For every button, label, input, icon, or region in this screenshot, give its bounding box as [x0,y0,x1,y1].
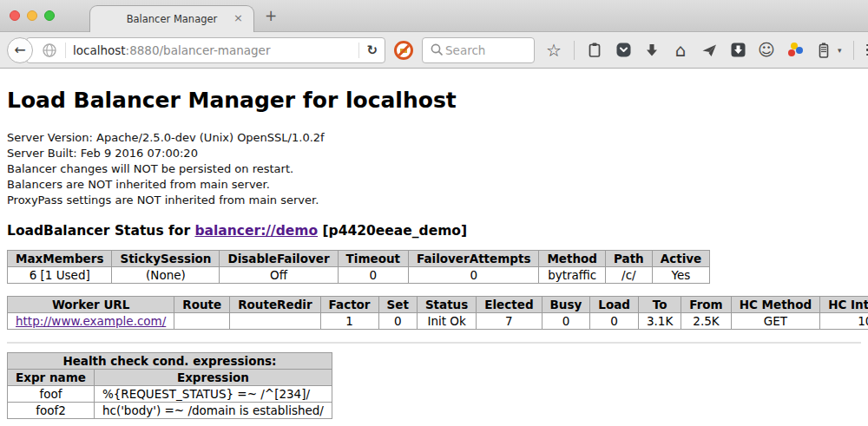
battery-addon-icon[interactable] [815,41,832,60]
search-input[interactable] [445,43,515,57]
zoom-window-button[interactable] [44,10,55,21]
table-cell: foof2 [8,403,95,419]
navigation-toolbar: ← localhost:8880/balancer-manager ↻ [0,32,868,69]
column-header: RouteRedir [230,297,320,313]
table-row: foof%{REQUEST_STATUS} =~ /^[234]/ [8,386,332,403]
close-window-button[interactable] [10,10,20,21]
download-arrow-icon[interactable] [643,41,661,60]
pocket-icon[interactable] [615,41,632,60]
search-icon [428,41,445,60]
column-header: Factor [320,297,378,313]
table-row: http://www.example.com/10Init Ok7003.1K2… [8,313,868,330]
plugin-blocked-icon[interactable] [394,41,413,60]
column-header: Timeout [338,251,408,267]
column-header: Load [590,297,639,313]
url-path: :8880/balancer-manager [126,43,271,57]
table-cell: /c/ [606,267,653,284]
smiley-icon[interactable]: ☺ [758,41,775,60]
column-header: Status [417,297,476,313]
worker-url-link[interactable]: http://www.example.com/ [16,314,166,328]
status-suffix: [p4420eeae_demo] [318,223,467,239]
info-line: Server Version: Apache/2.5.0-dev (Unix) … [7,130,861,146]
chevron-down-icon[interactable]: ▾ [838,46,842,55]
table-cell: 6 [1 Used] [8,267,112,284]
table-cell: 0 [590,313,639,330]
toolbar-icons: ☆ ⌂ [545,41,868,60]
table-cell: 3.1K [638,313,681,330]
table-cell: 10 [820,313,868,330]
column-header: Method [539,251,606,267]
menu-hamburger-icon[interactable] [865,41,868,60]
page-title: Load Balancer Manager for localhost [7,88,861,113]
tab-balancer-manager[interactable]: Balancer Manager × [89,5,254,32]
table-cell [230,313,320,330]
toolbar-separator [853,41,854,60]
info-line: Server Built: Feb 9 2016 07:00:20 [7,146,861,161]
clipboard-icon[interactable] [586,41,603,60]
table-cell [174,313,230,330]
tab-title: Balancer Manager [127,13,218,25]
toolbar-separator [574,41,575,60]
table-cell: 0 [409,267,539,284]
table-title: Health check cond. expressions: [8,353,332,370]
search-box[interactable] [422,37,535,63]
info-line: Balancers are NOT inherited from main se… [7,177,861,193]
table-cell: (None) [112,267,220,284]
column-header: From [681,297,731,313]
table-cell: 0 [338,267,408,284]
column-header: HC Interval [820,297,868,313]
minimize-window-button[interactable] [27,10,37,21]
server-info: Server Version: Apache/2.5.0-dev (Unix) … [7,130,861,208]
balancer-settings-table: MaxMembersStickySessionDisableFailoverTi… [7,250,710,284]
bookmark-star-icon[interactable]: ☆ [545,41,562,60]
table-row: 6 [1 Used](None)Off00bytraffic/c/Yes [8,267,710,284]
home-icon[interactable]: ⌂ [672,41,689,60]
table-cell: hc('body') =~ /domain is established/ [94,403,332,419]
browser-window: Balancer Manager × + ← localhost:8880/ba… [0,0,868,426]
table-cell: 0 [542,313,590,330]
send-plane-icon[interactable] [700,41,718,60]
table-cell: GET [731,313,820,330]
reload-button[interactable]: ↻ [366,43,378,58]
info-line: ProxyPass settings are NOT inherited fro… [7,193,861,208]
column-header: Path [606,251,653,267]
column-header: MaxMembers [8,251,112,267]
window-controls [10,10,55,21]
tab-close-icon[interactable]: × [233,12,243,23]
download-box-icon[interactable] [729,41,746,60]
back-button[interactable]: ← [7,37,33,63]
loadbalancer-status-heading: LoadBalancer Status for balancer://demo … [7,223,861,239]
balancer-demo-link[interactable]: balancer://demo [194,223,318,239]
table-cell: bytraffic [539,267,606,284]
table-cell: 2.5K [681,313,731,330]
column-header: Set [378,297,417,313]
column-header: StickySession [112,251,220,267]
worker-status-table: Worker URLRouteRouteRedirFactorSetStatus… [7,296,868,330]
column-header: Expr name [8,370,95,386]
table-cell: 1 [320,313,378,330]
new-tab-button[interactable]: + [265,7,277,24]
column-header: DisableFailover [220,251,338,267]
table-cell: 0 [378,313,417,330]
table-cell: foof [8,386,95,403]
column-header: Busy [542,297,590,313]
tab-bar: Balancer Manager × + [0,0,868,32]
health-check-table: Health check cond. expressions:Expr name… [7,352,332,419]
column-header: FailoverAttempts [409,251,539,267]
urlbar-divider [65,43,66,58]
status-prefix: LoadBalancer Status for [7,223,194,239]
page-content: Load Balancer Manager for localhost Serv… [0,69,868,426]
table-cell: http://www.example.com/ [8,313,174,330]
table-cell: 7 [477,313,542,330]
column-header: Route [174,297,230,313]
globe-icon [41,41,58,60]
url-text[interactable]: localhost:8880/balancer-manager [73,43,352,57]
column-header: Active [652,251,710,267]
column-header: Worker URL [8,297,174,313]
colored-dots-icon[interactable] [786,41,804,60]
table-cell: Yes [652,267,710,284]
table-cell: Off [220,267,338,284]
info-line: Balancer changes will NOT be persisted o… [7,161,861,177]
table-row: foof2hc('body') =~ /domain is establishe… [8,403,332,419]
url-bar[interactable]: localhost:8880/balancer-manager ↻ [26,37,385,63]
